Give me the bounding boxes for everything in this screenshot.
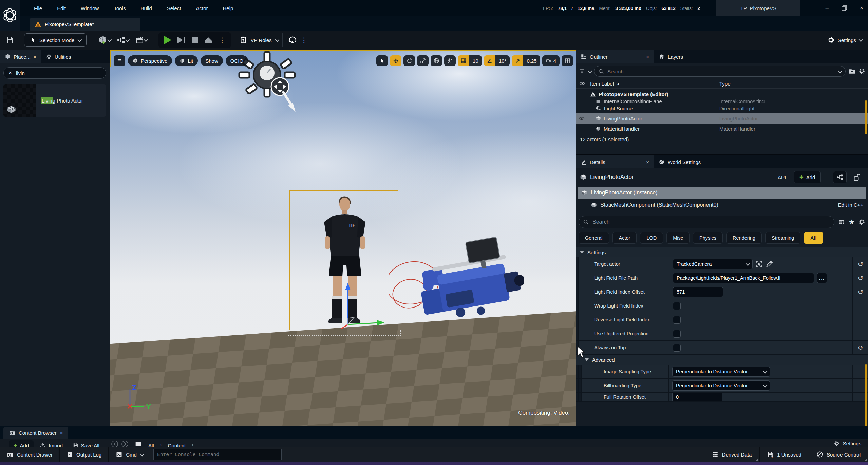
play-button[interactable]: [162, 34, 173, 46]
image-sampling-dropdown[interactable]: Perpendicular to Distance Vector: [672, 367, 770, 377]
unjittered-checkbox[interactable]: [673, 330, 681, 338]
tab-place-actors[interactable]: + Place... ×: [0, 50, 41, 63]
cinematics-button[interactable]: [132, 34, 150, 46]
close-icon[interactable]: ×: [60, 430, 63, 436]
category-all[interactable]: All: [804, 232, 823, 244]
cb-save-all-button[interactable]: Save All: [69, 440, 103, 447]
settings-section-header[interactable]: Settings: [576, 247, 868, 257]
target-actor-dropdown[interactable]: TrackedCamera: [673, 259, 753, 269]
scale-snap-control[interactable]: ↗ 0,25: [512, 55, 540, 66]
viewport[interactable]: HF: [110, 50, 576, 426]
cb-add-button[interactable]: +Add: [9, 440, 34, 447]
instance-row[interactable]: LivingPhotoActor (Instance): [578, 187, 866, 199]
frame-skip-button[interactable]: [175, 34, 187, 46]
menu-actor[interactable]: Actor: [196, 5, 208, 11]
full-rotation-offset-input[interactable]: 0: [672, 393, 722, 402]
output-log-button[interactable]: Output Log: [60, 447, 109, 462]
rotation-snap-value[interactable]: 10°: [495, 55, 510, 66]
move-tool[interactable]: [390, 55, 401, 66]
details-scrollbar[interactable]: [865, 364, 867, 427]
source-control-button[interactable]: Source Control: [809, 447, 868, 462]
add-actor-button[interactable]: +: [95, 34, 113, 46]
forward-icon[interactable]: [121, 440, 129, 447]
tab-pixotopevstemplate[interactable]: PixotopeVSTemplate*: [30, 18, 140, 31]
clear-search-icon[interactable]: ×: [8, 70, 12, 76]
category-misc[interactable]: Misc: [666, 232, 690, 244]
rotate-tool[interactable]: [403, 55, 415, 66]
folder-icon[interactable]: [135, 440, 142, 447]
cb-settings-button[interactable]: Settings: [834, 440, 861, 447]
menu-help[interactable]: Help: [223, 5, 233, 11]
viewport-options-button[interactable]: ≡: [114, 55, 125, 66]
stop-button[interactable]: [189, 34, 201, 46]
save-button[interactable]: [4, 34, 16, 46]
outliner-row-compositing-plane[interactable]: InternalCompositingPlane InternalComposi…: [576, 99, 868, 103]
api-button[interactable]: API: [778, 174, 786, 180]
close-icon[interactable]: ×: [33, 54, 36, 60]
item-label-column[interactable]: Item Label: [590, 81, 614, 87]
tracked-camera-model[interactable]: [389, 235, 524, 340]
vp-roles-dropdown[interactable]: VP Roles: [240, 36, 278, 44]
reset-to-default-icon[interactable]: ↺: [852, 285, 868, 299]
settings-dropdown[interactable]: Settings: [828, 36, 862, 44]
pixotope-sync-button[interactable]: [287, 34, 298, 46]
menu-window[interactable]: Window: [81, 5, 99, 11]
menu-file[interactable]: File: [34, 5, 42, 11]
outliner-row-light-source[interactable]: Light Source DirectionalLight: [576, 103, 868, 113]
derived-data-button[interactable]: Derived Data: [704, 447, 759, 462]
type-column[interactable]: Type: [719, 81, 731, 87]
content-drawer-button[interactable]: Content Drawer: [0, 447, 60, 462]
camera-speed-value[interactable]: 4: [553, 58, 556, 64]
blueprints-button[interactable]: [113, 34, 132, 46]
living-photo-actor-item[interactable]: Living Photo Actor: [3, 84, 106, 117]
menu-select[interactable]: Select: [167, 5, 181, 11]
transform-gizmo[interactable]: [327, 275, 395, 333]
console-command-input[interactable]: [153, 449, 282, 460]
ocio-button[interactable]: OCIO: [226, 55, 248, 66]
edit-in-cpp-link[interactable]: Edit in C++: [838, 202, 863, 208]
eject-button[interactable]: [203, 34, 214, 46]
tab-details[interactable]: Details ×: [576, 155, 654, 168]
outliner-search-input[interactable]: Search...: [594, 66, 846, 77]
place-search-input[interactable]: × livin: [3, 67, 106, 79]
breadcrumb-content[interactable]: Content: [165, 440, 189, 447]
pick-object-icon[interactable]: [755, 260, 763, 268]
add-component-button[interactable]: +Add: [794, 171, 821, 183]
maximize-viewport-button[interactable]: [562, 55, 573, 66]
reset-to-default-icon[interactable]: ↺: [852, 271, 868, 285]
close-icon[interactable]: ×: [646, 54, 649, 60]
browse-button[interactable]: ...: [817, 273, 827, 283]
lock-icon[interactable]: [852, 173, 860, 181]
back-icon[interactable]: [111, 440, 118, 447]
select-tool[interactable]: [376, 55, 388, 66]
menu-edit[interactable]: Edit: [57, 5, 66, 11]
console-input-field[interactable]: [157, 452, 278, 457]
index-offset-input[interactable]: 571: [673, 287, 723, 297]
blueprint-edit-button[interactable]: [833, 171, 847, 183]
wrap-index-checkbox[interactable]: [673, 302, 681, 310]
unsaved-button[interactable]: ✶ 1 Unsaved: [759, 447, 809, 462]
visibility-column-icon[interactable]: [579, 81, 585, 86]
cmd-dropdown[interactable]: Cmd: [109, 447, 150, 462]
show-dropdown[interactable]: Show: [201, 55, 223, 66]
eye-icon[interactable]: [579, 116, 585, 121]
eyedropper-icon[interactable]: [766, 260, 773, 268]
outliner-row-materialhandler[interactable]: MaterialHandler MaterialHandler: [576, 124, 868, 134]
menu-build[interactable]: Build: [140, 5, 152, 11]
category-physics[interactable]: Physics: [693, 232, 723, 244]
grid-snap-value[interactable]: 10: [469, 55, 482, 66]
play-options-button[interactable]: ⋮: [216, 34, 228, 46]
outliner-row-livingphotoactor[interactable]: LivingPhotoActor LivingPhotoActor: [576, 113, 868, 124]
scale-snap-value[interactable]: 0,25: [523, 55, 540, 66]
reverse-index-checkbox[interactable]: [673, 316, 681, 324]
category-streaming[interactable]: Streaming: [765, 232, 800, 244]
tab-outliner[interactable]: Outliner ×: [576, 50, 654, 63]
reset-to-default-icon[interactable]: ↺: [852, 341, 868, 354]
category-actor[interactable]: Actor: [612, 232, 637, 244]
minimize-button[interactable]: –: [826, 5, 829, 12]
outliner-row-world[interactable]: PixotopeVSTemplate (Editor): [576, 89, 868, 99]
favorites-star-icon[interactable]: ★: [849, 218, 855, 226]
outliner-scrollbar[interactable]: [865, 100, 867, 134]
rotation-snap-control[interactable]: ∠ 10°: [484, 55, 510, 66]
world-space-toggle[interactable]: [431, 55, 442, 66]
